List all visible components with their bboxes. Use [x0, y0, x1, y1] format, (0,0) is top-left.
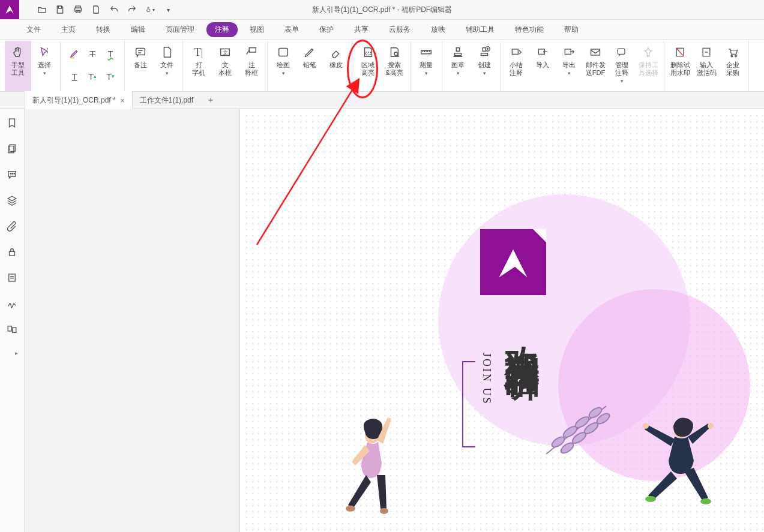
menu-assist[interactable]: 辅助工具: [457, 22, 503, 37]
save-icon[interactable]: [55, 5, 65, 14]
svg-point-20: [735, 55, 737, 57]
menu-help[interactable]: 帮助: [556, 22, 587, 37]
file-attach-button[interactable]: 文件 ▾: [154, 41, 180, 91]
decor-person-left: [330, 403, 408, 529]
menu-view[interactable]: 视图: [241, 22, 272, 37]
underline-squiggle-icon[interactable]: T: [105, 48, 116, 59]
svg-point-40: [380, 508, 388, 514]
chevron-down-icon: ▾: [568, 70, 571, 76]
note-button[interactable]: 备注: [127, 41, 154, 91]
underline-icon[interactable]: T: [69, 71, 80, 82]
menu-home[interactable]: 主页: [53, 22, 84, 37]
drawing-button[interactable]: 绘图 ▾: [270, 41, 296, 91]
search-highlight-icon: [388, 44, 401, 60]
menu-form[interactable]: 表单: [276, 22, 307, 37]
chevron-down-icon: ▾: [166, 70, 169, 76]
menu-slideshow[interactable]: 放映: [423, 22, 454, 37]
note-icon: [134, 44, 147, 60]
typewriter-icon: T|: [194, 44, 203, 60]
left-panel: ▸: [0, 109, 25, 532]
import-button[interactable]: 导入: [529, 41, 556, 91]
svg-rect-27: [9, 274, 16, 281]
doc-tab-1[interactable]: 工作文件1(1).pdf: [133, 92, 200, 109]
callout-button[interactable]: 注 释框: [238, 41, 265, 91]
highlight-icon[interactable]: [69, 48, 80, 59]
menu-cloud[interactable]: 云服务: [380, 22, 419, 37]
print-icon[interactable]: [73, 5, 83, 14]
measure-button[interactable]: 测量 ▾: [413, 41, 439, 91]
compare-icon[interactable]: [7, 324, 17, 336]
svg-point-43: [708, 423, 714, 429]
menu-share[interactable]: 共享: [346, 22, 377, 37]
area-highlight-icon: [361, 44, 374, 60]
chevron-down-icon: ▾: [457, 70, 460, 76]
menu-page[interactable]: 页面管理: [157, 22, 203, 37]
menu-convert[interactable]: 转换: [88, 22, 119, 37]
svg-rect-16: [618, 49, 625, 54]
strikethrough-icon[interactable]: T: [87, 48, 98, 59]
menu-feature[interactable]: 特色功能: [507, 22, 552, 37]
chevron-down-icon: ▾: [43, 70, 46, 76]
select-button[interactable]: 选择 ▾: [31, 41, 58, 91]
hand-icon: [11, 44, 25, 60]
area-highlight-button[interactable]: 区域 高亮: [355, 41, 381, 91]
menu-protect[interactable]: 保护: [311, 22, 342, 37]
pages-icon[interactable]: [7, 143, 17, 156]
mail-fdf-button[interactable]: 邮件发 送FDF: [582, 41, 609, 91]
svg-rect-29: [13, 327, 16, 332]
svg-rect-26: [10, 251, 15, 256]
cart-icon: [727, 44, 739, 60]
touch-mode-icon[interactable]: ▾: [145, 5, 155, 14]
fields-icon[interactable]: [7, 272, 17, 285]
activation-code-button[interactable]: 输入 激活码: [693, 41, 720, 91]
menu-annotate[interactable]: 注释: [206, 22, 238, 37]
textbox-button[interactable]: 文 文 本框: [212, 41, 238, 91]
foxit-logo-icon: [480, 229, 546, 295]
blank-doc-icon[interactable]: [91, 5, 101, 14]
export-button[interactable]: 导出 ▾: [556, 41, 582, 91]
comments-icon[interactable]: [7, 169, 17, 182]
quick-access-toolbar: ▾ ▾: [19, 0, 173, 19]
open-icon[interactable]: [37, 5, 47, 14]
close-icon[interactable]: ×: [121, 97, 125, 105]
select-icon: [38, 44, 51, 60]
summary-icon: [510, 44, 522, 60]
signature-icon[interactable]: [7, 298, 17, 311]
menubar: 文件 主页 转换 编辑 页面管理 注释 视图 表单 保护 共享 云服务 放映 辅…: [0, 20, 764, 40]
text-format-group: T T T T▴ T▾: [63, 41, 122, 91]
typewriter-button[interactable]: T| 打 字机: [185, 41, 212, 91]
create-stamp-icon: [478, 44, 491, 60]
titlebar: ▾ ▾ 新人引导(1)(1)_OCR.pdf * - 福昕PDF编辑器: [0, 0, 764, 20]
stamp-button[interactable]: 图章 ▾: [445, 41, 471, 91]
undo-icon[interactable]: [109, 5, 119, 14]
file-icon: [160, 44, 173, 60]
document-canvas[interactable]: JOIN US 欢迎来到福昕: [25, 109, 764, 532]
remove-watermark-button[interactable]: 删除试 用水印: [667, 41, 693, 91]
attachments-icon[interactable]: [7, 221, 17, 233]
pencil-button[interactable]: 铅笔: [296, 41, 323, 91]
insert-text-icon[interactable]: T▴: [87, 71, 98, 82]
create-button[interactable]: 创建 ▾: [471, 41, 498, 91]
decor-person-right: [624, 409, 720, 529]
security-icon[interactable]: [7, 247, 17, 259]
replace-text-icon[interactable]: T▾: [105, 71, 116, 82]
doc-tab-0[interactable]: 新人引导(1)(1)_OCR.pdf * ×: [25, 91, 133, 109]
menu-file[interactable]: 文件: [18, 22, 49, 37]
panel-expand-icon[interactable]: ▸: [15, 350, 18, 356]
redo-icon[interactable]: [127, 5, 137, 14]
summarize-button[interactable]: 小结 注释: [503, 41, 529, 91]
layers-icon[interactable]: [7, 195, 17, 208]
menu-edit[interactable]: 编辑: [122, 22, 154, 37]
eraser-button[interactable]: 橡皮: [323, 41, 349, 91]
enterprise-button[interactable]: 企业 采购: [720, 41, 746, 91]
manage-comments-button[interactable]: 管理 注释 ▾: [609, 41, 635, 91]
qat-customize-icon[interactable]: ▾: [163, 5, 173, 14]
add-tab-button[interactable]: ＋: [200, 95, 221, 106]
search-highlight-button[interactable]: 搜索 &高亮: [381, 41, 408, 91]
textbox-icon: 文: [218, 44, 232, 60]
bookmark-icon[interactable]: [7, 118, 17, 130]
keep-selection-button[interactable]: 保持工 具选择: [635, 41, 661, 91]
hand-tool-button[interactable]: 手型 工具: [5, 41, 31, 91]
eraser-icon: [329, 44, 343, 60]
svg-point-19: [731, 55, 733, 57]
